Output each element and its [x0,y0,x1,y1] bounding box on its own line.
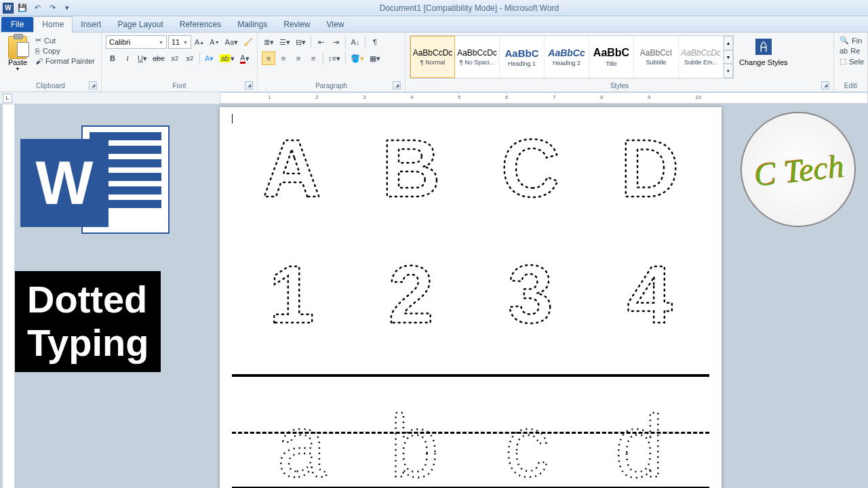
vertical-ruler[interactable] [3,104,15,488]
paste-icon [8,36,27,59]
tab-file[interactable]: File [1,17,33,32]
line-spacing-button[interactable]: ↕≡▾ [326,52,342,65]
tab-references[interactable]: References [172,17,229,32]
style-nospacing[interactable]: AaBbCcDc¶ No Spaci... [455,36,500,78]
change-styles-button[interactable]: 🅰 Change Styles [736,35,791,68]
style-title[interactable]: AaBbCTitle [589,36,634,78]
subscript-button[interactable]: x2 [168,52,182,65]
cut-button[interactable]: ✂Cut [34,35,96,45]
gallery-more-button[interactable]: ▾ [724,64,733,78]
style-heading2[interactable]: AaBbCcHeading 2 [545,36,589,78]
show-marks-button[interactable]: ¶ [368,35,382,49]
dotted-lowercase: a [261,371,342,487]
clear-format-button[interactable]: 🧹 [241,35,255,49]
dotted-letter: A [244,122,339,229]
tab-insert[interactable]: Insert [73,17,109,32]
svg-text:4: 4 [627,249,673,340]
svg-text:3: 3 [508,249,553,340]
align-right-button[interactable]: ≡ [292,52,305,65]
strikethrough-button[interactable]: abc [151,52,167,65]
group-styles: AaBbCcDc¶ Normal AaBbCcDc¶ No Spaci... A… [406,33,834,92]
tab-selector-button[interactable]: L [3,94,12,103]
find-button[interactable]: 🔍Fin [838,35,865,45]
font-size-select[interactable]: 11▼ [168,35,191,49]
letters-row: A B C D [232,122,709,229]
cursor-icon: ⬚ [840,57,846,66]
font-name-select[interactable]: Calibri▼ [106,35,167,49]
copy-icon: ⎘ [35,47,40,55]
increase-indent-button[interactable]: ⇥ [329,35,342,49]
shrink-font-button[interactable]: A▼ [208,35,221,49]
ctech-logo: C Tech [741,112,856,227]
tab-view[interactable]: View [319,17,353,32]
clipboard-group-label: Clipboard◢ [4,81,97,91]
quick-access-toolbar: 💾 ↶ ↷ ▾ [16,2,73,14]
dotted-number: 3 [483,248,578,355]
ribbon: Paste ▼ ✂Cut ⎘Copy 🖌Format Painter Clipb… [0,33,868,92]
paste-button[interactable]: Paste ▼ [4,35,31,73]
format-painter-button[interactable]: 🖌Format Painter [34,56,96,66]
tab-review[interactable]: Review [275,17,318,32]
style-normal[interactable]: AaBbCcDc¶ Normal [410,36,455,78]
replace-button[interactable]: abRe [838,46,865,56]
tab-home[interactable]: Home [33,16,73,33]
styles-gallery: AaBbCcDc¶ Normal AaBbCcDc¶ No Spaci... A… [410,35,734,79]
change-case-button[interactable]: Aa▾ [223,35,240,49]
style-subtle-emphasis[interactable]: AaBbCcDcSubtle Em... [679,36,724,78]
svg-text:D: D [620,123,679,214]
select-button[interactable]: ⬚Sele [838,56,865,66]
undo-button[interactable]: ↶ [31,2,43,14]
redo-button[interactable]: ↷ [46,2,58,14]
save-button[interactable]: 💾 [16,2,28,14]
dotted-typing-badge: Dotted Typing [15,271,161,372]
svg-text:C: C [501,123,560,214]
sort-button[interactable]: A↓ [349,35,362,49]
tab-mailings[interactable]: Mailings [229,17,275,32]
highlight-button[interactable]: ab▾ [218,52,237,65]
decrease-indent-button[interactable]: ⇤ [314,35,328,49]
superscript-button[interactable]: x2 [183,52,197,65]
underline-button[interactable]: U▾ [136,52,149,65]
bullets-button[interactable]: ≣▾ [262,35,276,49]
window-title: Document1 [Compatibility Mode] - Microso… [73,3,865,13]
justify-button[interactable]: ≡ [307,52,320,65]
paragraph-launcher[interactable]: ◢ [393,81,401,89]
word-logo-overlay: W [20,119,170,241]
borders-button[interactable]: ▦▾ [368,52,382,65]
document-page[interactable]: A B C D 1 2 3 4 a b c d ～～～～～ [220,107,722,488]
align-center-button[interactable]: ≡ [277,52,290,65]
copy-button[interactable]: ⎘Copy [34,46,96,56]
svg-text:a: a [277,396,327,487]
svg-text:c: c [505,396,549,487]
dotted-number: 1 [244,248,339,355]
numbering-button[interactable]: ☰▾ [277,35,292,49]
horizontal-ruler[interactable]: 1 2 3 4 5 6 7 8 9 10 [220,92,868,104]
multilevel-button[interactable]: ⊟▾ [294,35,308,49]
grow-font-button[interactable]: A▲ [193,35,206,49]
title-bar: W 💾 ↶ ↷ ▾ Document1 [Compatibility Mode]… [0,0,868,16]
font-launcher[interactable]: ◢ [245,81,253,89]
styles-group-label: Styles◢ [410,81,829,91]
gallery-up-button[interactable]: ▲ [724,36,733,50]
tab-page-layout[interactable]: Page Layout [109,17,171,32]
text-effects-button[interactable]: A▾ [203,52,216,65]
font-group-label: Font◢ [106,81,253,91]
svg-text:A: A [262,123,321,214]
font-color-button[interactable]: A▾ [238,52,252,65]
qat-customize-icon[interactable]: ▾ [61,2,73,14]
styles-launcher[interactable]: ◢ [821,81,829,89]
dotted-number: 2 [363,248,458,355]
svg-text:d: d [615,396,664,487]
ribbon-tabs: File Home Insert Page Layout References … [0,16,868,33]
align-left-button[interactable]: ≡ [262,52,275,65]
gallery-down-button[interactable]: ▼ [724,50,733,64]
bold-button[interactable]: B [106,52,119,65]
group-paragraph: ≣▾ ☰▾ ⊟▾ ⇤ ⇥ A↓ ¶ ≡ ≡ ≡ ≡ ↕≡ [258,33,406,92]
style-heading1[interactable]: AaBbCHeading 1 [500,36,545,78]
clipboard-launcher[interactable]: ◢ [89,81,97,89]
ruler-bar: L 1 2 3 4 5 6 7 8 9 10 [0,92,868,104]
shading-button[interactable]: 🪣▾ [349,52,366,65]
replace-icon: ab [840,47,848,55]
style-subtitle[interactable]: AaBbCcISubtitle [634,36,679,78]
italic-button[interactable]: I [121,52,134,65]
